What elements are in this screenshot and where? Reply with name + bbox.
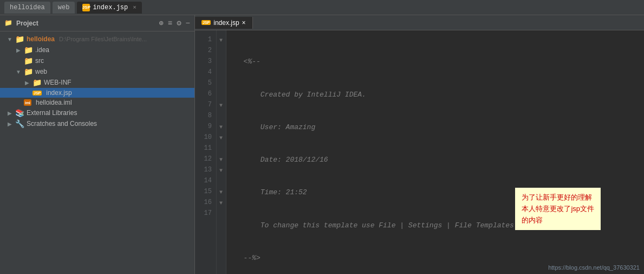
folder-icon: 📁 [4, 20, 12, 27]
folder-icon: 📁 [24, 67, 33, 76]
tree-item-helloidea[interactable]: ▼ 📁 helloidea D:\Program Files\JetBrains… [0, 34, 194, 44]
line-numbers: 1 2 3 4 5 6 7 8 9 10 11 12 13 14 15 16 1… [195, 30, 217, 274]
jsp-icon: JSP [32, 91, 42, 95]
editor-area: JSP index.jsp × 1 2 3 4 5 6 7 8 9 10 11 … [195, 15, 644, 274]
expand-arrow[interactable]: ▶ [24, 80, 30, 86]
tree-label: WEB-INF [44, 79, 71, 86]
tree-item-web[interactable]: ▼ 📁 web [0, 66, 194, 77]
jsp-tab-icon: JSP [201, 20, 211, 25]
gutter-line-5 [217, 78, 225, 89]
main-area: 📁 Project ⊕ ≡ ⚙ − ▼ 📁 helloidea D:\Progr… [0, 15, 644, 274]
tree-label: .idea [35, 46, 49, 54]
sync-icon[interactable]: ⊕ [159, 18, 163, 28]
sidebar: 📁 Project ⊕ ≡ ⚙ − ▼ 📁 helloidea D:\Progr… [0, 15, 195, 274]
editor-tab-bar: JSP index.jsp × [195, 15, 644, 30]
library-icon: 📚 [15, 109, 24, 117]
annotation-box: 为了让新手更好的理解 本人特意更改了jsp文件 的内容 [515, 188, 601, 230]
editor-content[interactable]: 1 2 3 4 5 6 7 8 9 10 11 12 13 14 15 16 1… [195, 30, 644, 274]
folder-icon: 📁 [24, 56, 33, 65]
tab-web[interactable]: web [53, 2, 75, 14]
tab-label: web [58, 4, 70, 11]
iml-icon: iml [24, 99, 31, 106]
expand-arrow[interactable]: ▶ [6, 110, 13, 116]
tree-label: helloidea.iml [36, 99, 72, 106]
code-line-1: <%-- [235, 56, 640, 67]
tree-label: Scratches and Consoles [27, 120, 97, 128]
editor-tab-indexjsp[interactable]: JSP index.jsp × [195, 17, 253, 29]
folder-icon: 📁 [24, 46, 33, 54]
gutter-line-2 [217, 46, 225, 56]
scratches-icon: 🔧 [15, 119, 24, 128]
tree-item-indexjsp[interactable]: JSP index.jsp [0, 88, 194, 98]
code-line-3: User: Amazing [235, 122, 640, 133]
fold-marker-7[interactable]: ▼ [217, 100, 225, 111]
collapse-icon[interactable]: ≡ [168, 19, 172, 28]
expand-arrow[interactable]: ▶ [6, 121, 13, 127]
file-tree: ▼ 📁 helloidea D:\Program Files\JetBrains… [0, 31, 194, 274]
fold-marker-13[interactable]: ▼ [217, 165, 225, 176]
annotation-line-3: 的内容 [522, 215, 594, 226]
tree-label: web [35, 68, 47, 75]
editor-tab-label: index.jsp [213, 19, 239, 27]
gutter-line-17 [217, 208, 225, 219]
tree-item-scratches[interactable]: ▶ 🔧 Scratches and Consoles [0, 118, 194, 129]
tree-item-src[interactable]: 📁 src [0, 55, 194, 66]
settings-icon[interactable]: ⚙ [177, 18, 181, 28]
fold-marker-15[interactable]: ▼ [217, 187, 225, 197]
close-tab-button[interactable]: × [133, 4, 136, 11]
sidebar-title: Project [16, 20, 154, 27]
gutter: ▼ ▼ ▼ ▼ ▼ ▼ ▼ ▼ [217, 30, 226, 274]
gutter-line-3 [217, 56, 225, 67]
fold-marker-16[interactable]: ▼ [217, 197, 225, 208]
fold-marker-10[interactable]: ▼ [217, 132, 225, 143]
tree-path: D:\Program Files\JetBrains\Inte... [59, 36, 147, 42]
tree-item-webinf[interactable]: ▶ 📁 WEB-INF [0, 77, 194, 88]
fold-marker-9[interactable]: ▼ [217, 122, 225, 132]
fold-marker-1[interactable]: ▼ [217, 35, 225, 46]
expand-arrow[interactable]: ▼ [15, 69, 22, 75]
folder-icon: 📁 [32, 78, 42, 87]
tab-indexjsp[interactable]: JSP index.jsp × [77, 2, 141, 14]
annotation-line-2: 本人特意更改了jsp文件 [522, 203, 594, 215]
tab-helloidea[interactable]: helloidea [4, 2, 50, 14]
jsp-file-icon: JSP [82, 4, 90, 11]
watermark: https://blog.csdn.net/qq_37630321 [548, 264, 640, 271]
gutter-line-6 [217, 89, 225, 100]
tab-label: index.jsp [93, 4, 128, 11]
gutter-line-4 [217, 67, 225, 78]
code-line-2: Created by IntelliJ IDEA. [235, 90, 640, 100]
tree-item-iml[interactable]: iml helloidea.iml [0, 98, 194, 107]
sidebar-toolbar: ⊕ ≡ ⚙ − [159, 18, 190, 28]
gutter-line-8 [217, 111, 225, 122]
project-folder-icon: 📁 [15, 35, 24, 43]
tab-label: helloidea [10, 4, 45, 11]
tree-item-idea[interactable]: ▶ 📁 .idea [0, 44, 194, 55]
code-line-4: Date: 2018/12/16 [235, 155, 640, 165]
sidebar-header: 📁 Project ⊕ ≡ ⚙ − [0, 15, 194, 31]
annotation-line-1: 为了让新手更好的理解 [522, 192, 594, 203]
expand-arrow[interactable]: ▶ [15, 47, 22, 53]
minus-icon[interactable]: − [186, 19, 190, 28]
code-editor[interactable]: <%-- Created by IntelliJ IDEA. User: Ama… [226, 30, 644, 274]
tree-label: External Libraries [27, 109, 77, 117]
tree-label: helloidea [27, 35, 55, 43]
code-line-7: --%> [235, 253, 640, 264]
expand-arrow[interactable]: ▼ [6, 36, 13, 42]
gutter-line-14 [217, 176, 225, 187]
tree-label: index.jsp [46, 89, 71, 97]
fold-marker-12[interactable]: ▼ [217, 154, 225, 165]
tree-label: src [35, 57, 44, 65]
tree-item-extlib[interactable]: ▶ 📚 External Libraries [0, 107, 194, 118]
close-editor-tab-button[interactable]: × [242, 19, 246, 27]
title-bar: helloidea web JSP index.jsp × [0, 0, 644, 15]
gutter-line-11 [217, 143, 225, 154]
